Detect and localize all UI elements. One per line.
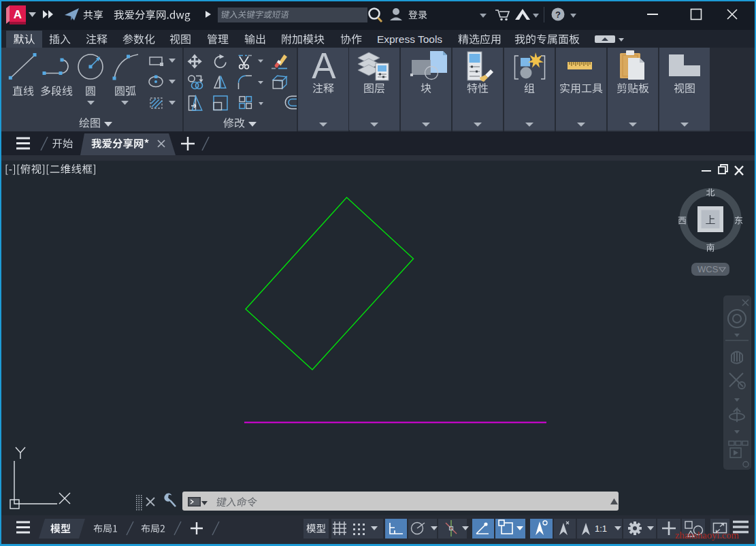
svg-text:A: A [14, 8, 22, 21]
svg-text:Express Tools: Express Tools [377, 33, 442, 45]
svg-text:1:1: 1:1 [595, 524, 607, 534]
svg-text:zhanshaoyi.com: zhanshaoyi.com [675, 530, 740, 541]
svg-text:WCS: WCS [697, 264, 719, 274]
svg-text:A: A [312, 46, 336, 86]
svg-text:?: ? [555, 10, 561, 20]
